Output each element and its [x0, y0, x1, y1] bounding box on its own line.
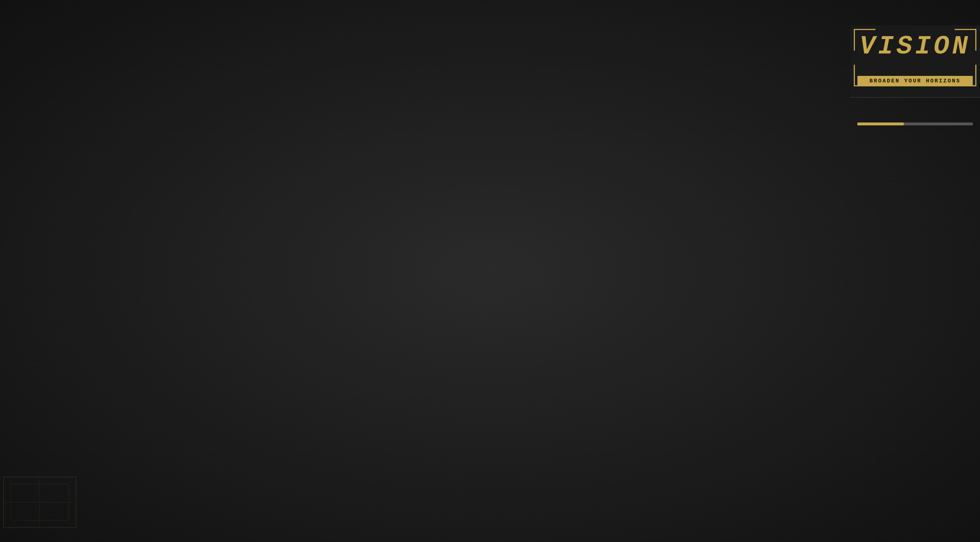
vision-title: VISION: [850, 32, 980, 62]
broaden-banner: BROADEN YOUR HORIZONS: [858, 76, 973, 86]
vision-banner: VISION BROADEN YOUR HORIZONS: [850, 25, 980, 98]
